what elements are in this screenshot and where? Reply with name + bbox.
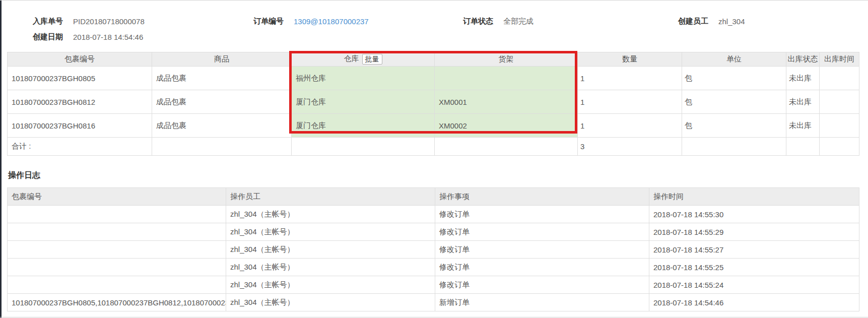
inbound-no-value: PID20180718000078 <box>73 17 145 26</box>
create-date-value: 2018-07-18 14:54:46 <box>73 33 143 41</box>
log-table-header-row: 包裹编号 操作员工 操作事项 操作时间 <box>8 188 859 206</box>
table-cell: XM0001 <box>435 90 578 114</box>
table-cell <box>435 138 578 156</box>
order-no-label: 订单编号 <box>253 17 284 26</box>
table-cell: 成品包裹 <box>152 67 292 90</box>
col-log-package-no: 包裹编号 <box>8 188 226 206</box>
table-cell <box>8 241 226 259</box>
table-cell <box>152 138 292 156</box>
table-cell: 2018-07-18 14:55:24 <box>649 276 859 294</box>
table-row: 101807000237BGH0812成品包裹厦门仓库XM00011包未出库 <box>8 90 859 114</box>
table-cell: 2018-07-18 14:55:27 <box>649 241 859 259</box>
table-cell <box>8 259 226 276</box>
table-cell <box>820 90 859 114</box>
table-cell <box>435 67 578 90</box>
table-cell: 厦门仓库 <box>292 90 435 114</box>
table-cell: 未出库 <box>786 90 820 114</box>
table-cell <box>820 138 859 156</box>
table-cell: 修改订单 <box>435 206 649 223</box>
table-cell: 101807000237BGH0816 <box>8 114 152 138</box>
table-row: zhl_304（主帐号）修改订单2018-07-18 14:55:29 <box>8 223 859 241</box>
field-order-status: 订单状态 全部完成 <box>463 17 533 26</box>
table-cell: 2018-07-18 14:55:25 <box>649 259 859 276</box>
order-status-label: 订单状态 <box>463 17 493 26</box>
table-row: zhl_304（主帐号）修改订单2018-07-18 14:55:27 <box>8 241 859 259</box>
table-cell <box>682 138 786 156</box>
package-table-container: 包裹编号 商品 仓库批量 货架 数量 单位 出库状态 出库时间 10180700… <box>7 52 859 156</box>
table-cell <box>820 67 859 90</box>
log-table: 包裹编号 操作员工 操作事项 操作时间 zhl_304（主帐号）修改订单2018… <box>7 187 859 311</box>
col-log-operator: 操作员工 <box>226 188 435 206</box>
table-cell: 1 <box>578 114 682 138</box>
order-no-link[interactable]: 1309@101807000237 <box>294 17 369 26</box>
create-date-label: 创建日期 <box>33 32 63 42</box>
col-outbound-time: 出库时间 <box>820 52 859 67</box>
table-cell: 成品包裹 <box>152 114 292 138</box>
table-cell: 101807000237BGH0805 <box>8 67 152 90</box>
col-package-no: 包裹编号 <box>8 52 152 67</box>
table-cell: XM0002 <box>435 114 578 138</box>
table-row: 101807000237BGH0805成品包裹福州仓库1包未出库 <box>8 67 859 90</box>
table-cell: 1 <box>578 67 682 90</box>
field-creator: 创建员工 zhl_304 <box>678 17 745 26</box>
order-status-value: 全部完成 <box>503 17 533 26</box>
table-cell <box>786 138 820 156</box>
table-cell: 2018-07-18 14:55:30 <box>649 206 859 223</box>
table-row: zhl_304（主帐号）修改订单2018-07-18 14:55:24 <box>8 276 859 294</box>
table-cell: 包 <box>682 67 786 90</box>
table-cell: zhl_304（主帐号） <box>226 276 435 294</box>
table-cell: 2018-07-18 14:55:29 <box>649 223 859 241</box>
table-cell: 未出库 <box>786 114 820 138</box>
inbound-no-label: 入库单号 <box>33 17 63 26</box>
table-cell: 新增订单 <box>435 294 649 311</box>
package-table-header-row: 包裹编号 商品 仓库批量 货架 数量 单位 出库状态 出库时间 <box>8 52 859 67</box>
table-cell: 101807000237BGH0812 <box>8 90 152 114</box>
table-cell: 修改订单 <box>435 259 649 276</box>
table-row: 101807000237BGH0805,101807000237BGH0812,… <box>8 294 859 311</box>
table-cell: 包 <box>682 114 786 138</box>
col-outbound-status: 出库状态 <box>786 52 820 67</box>
window-edge-left <box>0 0 2 318</box>
table-cell: zhl_304（主帐号） <box>226 223 435 241</box>
table-cell: 修改订单 <box>435 241 649 259</box>
batch-button[interactable]: 批量 <box>362 54 382 65</box>
table-cell <box>8 223 226 241</box>
summary-row: 合计 : 3 <box>8 138 859 156</box>
field-create-date: 创建日期 2018-07-18 14:54:46 <box>33 32 143 41</box>
table-cell <box>292 138 435 156</box>
field-order-no: 订单编号 1309@101807000237 <box>253 17 369 26</box>
table-cell: zhl_304（主帐号） <box>226 294 435 311</box>
table-cell: 包 <box>682 90 786 114</box>
log-table-container: 包裹编号 操作员工 操作事项 操作时间 zhl_304（主帐号）修改订单2018… <box>7 187 859 311</box>
col-quantity: 数量 <box>578 52 682 67</box>
table-cell: zhl_304（主帐号） <box>226 259 435 276</box>
table-cell <box>8 206 226 223</box>
table-cell: 101807000237BGH0805,101807000237BGH0812,… <box>8 294 226 311</box>
table-cell: zhl_304（主帐号） <box>226 241 435 259</box>
window-edge-top <box>0 0 868 1</box>
creator-label: 创建员工 <box>678 17 708 26</box>
creator-value: zhl_304 <box>718 17 745 26</box>
summary-quantity: 3 <box>578 138 682 156</box>
field-inbound-no: 入库单号 PID20180718000078 <box>33 17 145 26</box>
col-warehouse-label: 仓库 <box>344 54 359 62</box>
summary-label: 合计 : <box>8 138 152 156</box>
package-table: 包裹编号 商品 仓库批量 货架 数量 单位 出库状态 出库时间 10180700… <box>7 52 859 156</box>
table-cell <box>8 276 226 294</box>
table-cell: 福州仓库 <box>292 67 435 90</box>
table-cell: 厦门仓库 <box>292 114 435 138</box>
table-cell: 1 <box>578 90 682 114</box>
col-warehouse: 仓库批量 <box>292 52 435 67</box>
col-log-time: 操作时间 <box>649 188 859 206</box>
table-row: zhl_304（主帐号）修改订单2018-07-18 14:55:25 <box>8 259 859 276</box>
table-row: zhl_304（主帐号）修改订单2018-07-18 14:55:30 <box>8 206 859 223</box>
log-section-title: 操作日志 <box>8 170 40 181</box>
table-cell: 未出库 <box>786 67 820 90</box>
col-log-action: 操作事项 <box>435 188 649 206</box>
col-product: 商品 <box>152 52 292 67</box>
window-edge-bottom <box>0 317 868 317</box>
table-cell: zhl_304（主帐号） <box>226 206 435 223</box>
table-cell: 修改订单 <box>435 276 649 294</box>
col-shelf: 货架 <box>435 52 578 67</box>
table-cell: 2018-07-18 14:54:46 <box>649 294 859 311</box>
